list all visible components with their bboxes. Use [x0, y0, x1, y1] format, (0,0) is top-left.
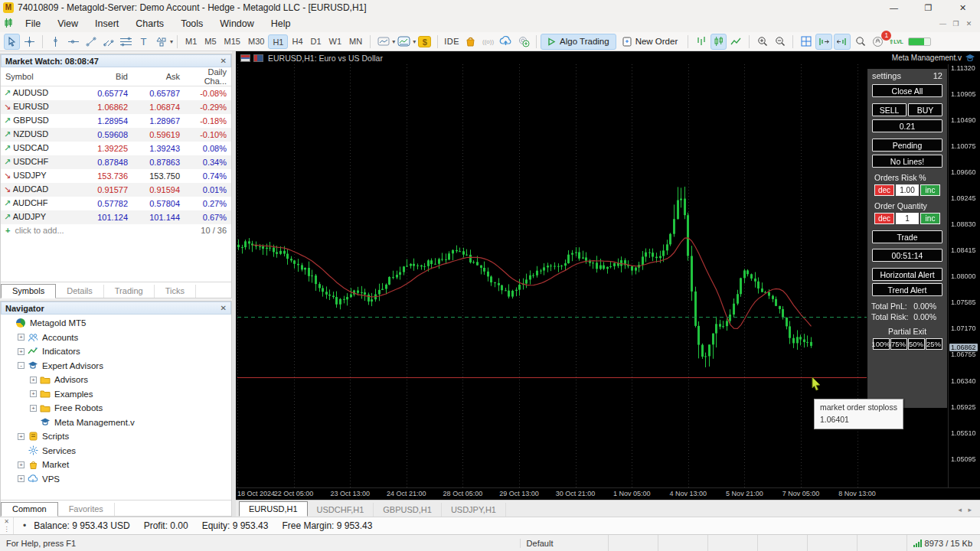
vps-cloud-icon[interactable] — [498, 34, 514, 50]
risk-value-input[interactable]: 1.00 — [896, 184, 919, 196]
symbol-cell[interactable]: ↘ EURUSD — [1, 100, 79, 114]
timeframe-h4[interactable]: H4 — [288, 34, 306, 49]
toolbox-close-icon[interactable]: ✕⋮ — [0, 517, 14, 534]
navigator-item-services[interactable]: Services — [1, 444, 231, 458]
market-watch-close-icon[interactable]: ✕ — [220, 57, 227, 65]
expand-icon[interactable]: + — [30, 405, 37, 412]
tab-trading[interactable]: Trading — [104, 285, 155, 298]
time-axis[interactable]: 18 Oct 202422 Oct 05:0023 Oct 13:0024 Oc… — [236, 487, 980, 500]
symbol-cell[interactable]: ↘ USDJPY — [1, 169, 79, 183]
expand-icon[interactable]: + — [18, 348, 24, 355]
algo-trading-button[interactable]: Algo Trading — [541, 34, 616, 50]
maximize-button[interactable]: ❐ — [911, 3, 946, 13]
column-header[interactable]: Bid — [79, 67, 132, 86]
buy-button[interactable]: BUY — [908, 103, 942, 116]
profile-selector[interactable]: Default — [521, 535, 609, 551]
navigator-item-examples[interactable]: +Examples — [1, 387, 231, 402]
timeframe-mn[interactable]: MN — [345, 34, 366, 49]
timeframe-m30[interactable]: M30 — [244, 34, 268, 49]
chart-tab-gbpusd-h1[interactable]: GBPUSD,H1 — [374, 503, 442, 517]
navigator-item-expert-advisors[interactable]: -Expert Advisors — [1, 359, 231, 373]
symbol-cell[interactable]: ↗ NZDUSD — [1, 128, 79, 142]
close-all-button[interactable]: Close All — [872, 84, 942, 97]
navigator-item-accounts[interactable]: +Accounts — [1, 331, 231, 345]
timeframe-h1[interactable]: H1 — [268, 34, 288, 49]
price-axis[interactable]: 1.113201.109051.104901.100751.096601.092… — [948, 64, 980, 487]
bars-chart-icon[interactable] — [693, 34, 709, 50]
risk-inc-button[interactable]: inc — [920, 184, 940, 196]
chart-style-dropdown-icon[interactable]: ▾ — [392, 38, 395, 45]
navigator-item-advisors[interactable]: +Advisors — [1, 373, 231, 387]
minimize-button[interactable]: ― — [877, 3, 911, 13]
table-row[interactable]: ↗ USDCHF0.878480.878630.34% — [1, 155, 231, 169]
signals-icon[interactable]: ((o)) — [480, 34, 496, 50]
table-row[interactable]: ↗ AUDCHF0.577820.578040.27% — [1, 197, 231, 210]
auto-scroll-icon[interactable] — [834, 34, 851, 50]
cursor-icon[interactable] — [4, 34, 20, 50]
pending-button[interactable]: Pending — [872, 139, 942, 152]
chart-tab-usdjpy-h1[interactable]: USDJPY,H1 — [442, 503, 506, 517]
panel-settings-link[interactable]: settings — [872, 71, 901, 80]
navigator-item-meta-management-v[interactable]: Meta Management.v — [1, 416, 231, 430]
tab-details[interactable]: Details — [56, 285, 104, 298]
vertical-line-icon[interactable] — [47, 34, 64, 50]
no-lines-button[interactable]: No Lines! — [872, 155, 942, 168]
depth-of-market-icon[interactable] — [253, 54, 263, 62]
trend-alert-button[interactable]: Trend Alert — [872, 283, 942, 296]
symbol-cell[interactable]: ↗ AUDUSD — [1, 86, 79, 100]
child-restore-button[interactable]: ❐ — [949, 20, 962, 28]
tab-ticks[interactable]: Ticks — [155, 285, 196, 298]
column-header[interactable]: Daily Cha... — [185, 67, 231, 86]
expand-icon[interactable]: + — [30, 390, 37, 397]
navigator-item-market[interactable]: +Market — [1, 458, 231, 472]
partial-exit-75[interactable]: 75% — [890, 338, 907, 350]
tab-favorites[interactable]: Favorites — [58, 503, 115, 516]
chart-plot-area[interactable]: 1.113201.109051.104901.100751.096601.092… — [236, 64, 980, 487]
timeframe-m1[interactable]: M1 — [181, 34, 201, 49]
channel-icon[interactable] — [100, 34, 116, 50]
expand-icon[interactable]: + — [18, 433, 24, 440]
zoom-in-icon[interactable] — [754, 34, 770, 50]
dollar-icon[interactable]: $ — [418, 36, 431, 47]
add-symbol-label[interactable]: click to add... — [15, 226, 64, 235]
symbol-cell[interactable]: ↘ AUDCAD — [1, 183, 79, 197]
tab-scroll-arrows[interactable]: ◂ ▸ — [952, 506, 980, 517]
close-button[interactable]: ✕ — [946, 3, 980, 13]
table-row[interactable]: ↘ EURUSD1.068621.06874-0.29% — [1, 100, 231, 114]
table-row[interactable]: ↗ USDCAD1.392251.392430.08% — [1, 142, 231, 155]
column-header[interactable]: Symbol — [1, 67, 79, 86]
expand-icon[interactable]: + — [18, 334, 24, 341]
trendline-icon[interactable] — [83, 34, 99, 50]
child-minimize-button[interactable]: ― — [936, 20, 949, 28]
table-row[interactable]: ↗ AUDUSD0.657740.65787-0.08% — [1, 86, 231, 100]
market-watch-header[interactable]: Market Watch: 08:08:47 ✕ — [1, 54, 231, 67]
timeframe-m15[interactable]: M15 — [220, 34, 244, 49]
expand-icon[interactable]: + — [18, 475, 24, 482]
indicator-dropdown-icon[interactable]: ▾ — [413, 38, 416, 45]
market-bag-icon[interactable] — [462, 34, 479, 50]
new-order-button[interactable]: New Order — [616, 34, 684, 50]
collapse-icon[interactable]: - — [18, 362, 24, 369]
table-row[interactable]: ↘ USDJPY153.736153.7500.74% — [1, 169, 231, 183]
chart-style-icon[interactable] — [375, 34, 391, 50]
expand-icon[interactable]: + — [30, 377, 37, 383]
shapes-icon[interactable] — [153, 34, 169, 50]
menu-file[interactable]: File — [17, 18, 49, 29]
navigator-item-scripts[interactable]: +Scripts — [1, 429, 231, 444]
zoom-out-icon[interactable] — [772, 34, 788, 50]
indicator-box-icon[interactable] — [396, 34, 412, 50]
lot-size-field[interactable]: 0.21 — [872, 119, 942, 132]
table-row[interactable]: ↗ GBPUSD1.289541.28967-0.18% — [1, 114, 231, 128]
symbol-cell[interactable]: ↗ USDCAD — [1, 142, 79, 155]
quantity-inc-button[interactable]: inc — [920, 213, 940, 224]
navigator-item-vps[interactable]: +VPS — [1, 472, 231, 487]
table-row[interactable]: ↗ AUDJPY101.124101.1440.67% — [1, 210, 231, 224]
copy-trading-icon[interactable] — [515, 34, 531, 50]
table-row[interactable]: ↘ AUDCAD0.915770.915940.01% — [1, 183, 231, 197]
connection-status[interactable]: 8973 / 15 Kb — [907, 539, 980, 548]
navigator-header[interactable]: Navigator ✕ — [1, 302, 231, 315]
fibonacci-icon[interactable] — [118, 34, 134, 50]
navigator-item-metagold-mt5[interactable]: Metagold MT5 — [1, 316, 231, 331]
tab-symbols[interactable]: Symbols — [1, 284, 56, 298]
crosshair-icon[interactable] — [21, 34, 38, 50]
